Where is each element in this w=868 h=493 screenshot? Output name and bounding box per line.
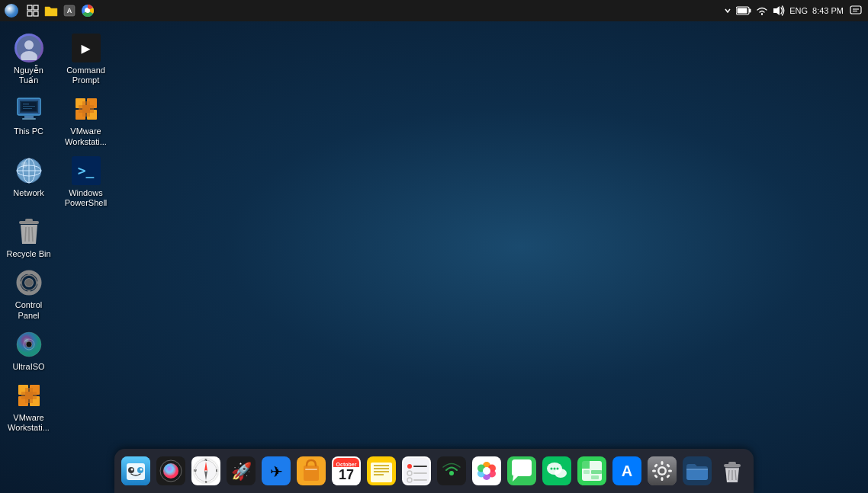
svg-rect-32 — [82, 105, 90, 113]
svg-rect-27 — [23, 108, 32, 109]
svg-point-140 — [554, 468, 556, 470]
svg-rect-34 — [82, 113, 90, 117]
svg-rect-33 — [82, 101, 90, 105]
taskbar-apps: A — [24, 2, 96, 19]
dock-item-netspot[interactable] — [436, 455, 468, 487]
svg-rect-25 — [23, 104, 29, 104]
svg-point-17 — [24, 40, 34, 50]
tray-expand-button[interactable] — [724, 7, 731, 14]
app3-button[interactable]: A — [61, 2, 78, 19]
svg-rect-102 — [305, 469, 317, 470]
svg-rect-73 — [33, 392, 37, 399]
desktop-icon-user-profile[interactable]: NguyễnTuấn — [0, 29, 57, 90]
system-tray: ENG 8:43 PM — [724, 3, 863, 18]
svg-rect-69 — [25, 392, 33, 399]
wifi-icon[interactable] — [756, 5, 768, 16]
taskbar-top-left: A — [5, 2, 96, 19]
svg-rect-44 — [25, 219, 33, 222]
svg-text:17: 17 — [339, 467, 354, 482]
dock-item-photos[interactable] — [471, 455, 503, 487]
dock-item-notes[interactable] — [365, 455, 397, 487]
svg-rect-155 — [652, 470, 656, 472]
desktop-icon-network[interactable]: Network — [0, 152, 57, 213]
desktop-icon-powershell[interactable]: >_ WindowsPowerShell — [57, 152, 114, 213]
svg-rect-0 — [27, 5, 32, 10]
svg-rect-36 — [90, 105, 94, 113]
desktop-icon-this-pc[interactable]: This PC — [0, 90, 57, 151]
vmware2-icon — [14, 381, 43, 410]
volume-icon[interactable] — [773, 5, 785, 16]
desktop-icon-vmware[interactable]: VMwareWorkstati... — [57, 90, 114, 151]
svg-rect-144 — [582, 461, 590, 469]
desktop-icon-recycle-bin[interactable]: Recycle Bin — [0, 213, 57, 264]
dock-item-keka[interactable] — [295, 455, 327, 487]
dock-item-trash[interactable] — [716, 455, 748, 487]
desktop-icons-container: NguyễnTuấn ▶ Command Prompt — [0, 29, 114, 437]
user-profile-label: NguyễnTuấn — [14, 66, 43, 85]
svg-rect-3 — [34, 11, 38, 16]
svg-text:A: A — [622, 463, 632, 479]
svg-rect-35 — [79, 105, 82, 113]
battery-icon[interactable] — [736, 6, 751, 15]
svg-rect-11 — [738, 8, 747, 14]
dock-item-system-prefs[interactable] — [646, 455, 678, 487]
clock-display[interactable]: 8:43 PM — [812, 6, 844, 15]
dock-item-siri[interactable] — [155, 455, 187, 487]
network-globe-icon — [14, 156, 43, 185]
language-indicator[interactable]: ENG — [789, 6, 808, 15]
svg-text:E: E — [216, 469, 218, 472]
svg-point-42 — [21, 162, 27, 168]
file-manager-button[interactable] — [43, 2, 59, 19]
user-avatar-icon — [14, 34, 43, 62]
svg-rect-71 — [25, 399, 33, 403]
svg-rect-72 — [21, 392, 25, 399]
svg-point-138 — [555, 469, 567, 478]
svg-point-8 — [85, 8, 90, 13]
dock-item-finder[interactable] — [120, 455, 152, 487]
dock-item-testflight[interactable]: ✈ — [260, 455, 292, 487]
svg-text:✈: ✈ — [270, 463, 283, 480]
svg-text:N: N — [205, 458, 207, 462]
dock-item-safari[interactable]: N S W E — [190, 455, 222, 487]
vmware2-label: VMwareWorkstati... — [8, 413, 50, 433]
control-panel-label: ControlPanel — [15, 300, 42, 320]
svg-point-126 — [449, 471, 454, 475]
ultraiso-icon — [14, 330, 43, 359]
svg-point-134 — [483, 467, 490, 475]
desktop-icon-ultraiso[interactable]: UltraISO — [0, 325, 57, 376]
svg-rect-101 — [304, 466, 319, 481]
vmware-label: VMwareWorkstati... — [65, 126, 107, 146]
desktop: NguyễnTuấn ▶ Command Prompt — [0, 21, 868, 447]
dock-item-wechat[interactable] — [541, 455, 573, 487]
svg-rect-2 — [27, 11, 32, 16]
svg-text:A: A — [67, 7, 72, 14]
svg-marker-12 — [773, 6, 780, 15]
dock-item-appstore[interactable]: A — [611, 455, 643, 487]
svg-point-78 — [131, 469, 133, 471]
svg-point-84 — [166, 466, 175, 475]
desktop-icon-control-panel[interactable]: ControlPanel — [0, 264, 57, 325]
svg-point-141 — [557, 468, 559, 470]
dock-item-files[interactable] — [681, 455, 713, 487]
svg-rect-21 — [24, 116, 34, 118]
svg-text:October: October — [336, 462, 357, 467]
svg-line-47 — [32, 227, 33, 242]
start-button[interactable] — [5, 4, 18, 18]
recycle-bin-label: Recycle Bin — [6, 249, 50, 259]
chrome-button[interactable] — [79, 2, 96, 19]
notification-button[interactable] — [848, 3, 863, 18]
desktop-icon-command-prompt[interactable]: ▶ Command Prompt — [57, 29, 114, 90]
dock-item-reminders[interactable] — [400, 455, 432, 487]
svg-rect-153 — [661, 461, 664, 465]
svg-rect-156 — [668, 470, 672, 472]
svg-point-59 — [25, 279, 33, 287]
dock-item-calendar[interactable]: October 17 — [330, 455, 362, 487]
dock-item-numbers[interactable] — [576, 455, 608, 487]
network-label: Network — [13, 188, 43, 198]
dock-item-messages[interactable] — [506, 455, 538, 487]
command-prompt-label: Command Prompt — [60, 66, 111, 85]
desktop-icon-vmware2[interactable]: VMwareWorkstati... — [0, 376, 57, 437]
powershell-icon: >_ — [72, 156, 101, 185]
dock-item-rocket[interactable]: 🚀 — [225, 455, 257, 487]
task-view-button[interactable] — [24, 2, 41, 19]
